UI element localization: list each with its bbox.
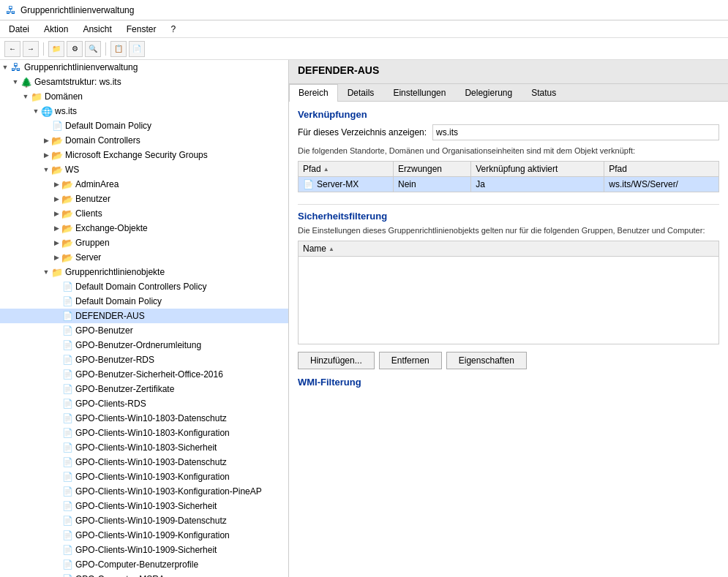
filter-input[interactable]: [432, 124, 719, 140]
tree-node-gpo-objects[interactable]: ▼📁Gruppenrichtlinienobjekte: [0, 265, 288, 279]
tree-node-gpo-clients-win10-1909-k[interactable]: 📄GPO-Clients-Win10-1909-Konfiguration: [0, 528, 288, 543]
expander-gpo-clients-win10-1909-d: [51, 516, 61, 526]
node-label-default-domain-policy2: Default Domain Policy: [75, 296, 162, 306]
tree-node-gpo-benutzer-zertifikate[interactable]: 📄GPO-Benutzer-Zertifikate: [0, 382, 288, 396]
tree-node-gpo-clients-win10-1803-s[interactable]: 📄GPO-Clients-Win10-1803-Sicherheit: [0, 440, 288, 455]
col-pfad2-header[interactable]: Pfad: [604, 162, 719, 177]
expander-forest[interactable]: ▼: [10, 77, 20, 87]
node-label-clients: Clients: [75, 208, 102, 219]
tree-node-gpo-clients-win10-1909-s[interactable]: 📄GPO-Clients-Win10-1909-Sicherheit: [0, 543, 288, 557]
tree-node-WS[interactable]: ▼📂WS: [0, 162, 288, 177]
tree-node-domain-controllers[interactable]: ▶📂Domain Controllers: [0, 133, 288, 148]
tree-node-gruppen[interactable]: ▶📂Gruppen: [0, 235, 288, 250]
eigenschaften-button[interactable]: Eigenschaften: [446, 352, 527, 369]
tab-status[interactable]: Status: [522, 84, 566, 101]
expander-exchange-security[interactable]: ▶: [41, 150, 51, 160]
node-label-exchange-objekte: Exchange-Objekte: [75, 223, 148, 233]
tree-node-forest[interactable]: ▼🌲Gesamtstruktur: ws.its: [0, 75, 288, 89]
tree-node-benutzer[interactable]: ▶📂Benutzer: [0, 192, 288, 206]
tree-node-gpo-benutzer-rds[interactable]: 📄GPO-Benutzer-RDS: [0, 352, 288, 367]
menu-aktion[interactable]: Aktion: [41, 23, 71, 36]
tree-node-gpo-clients-rds[interactable]: 📄GPO-Clients-RDS: [0, 396, 288, 411]
tree-node-gpo-benutzer-ordner[interactable]: 📄GPO-Benutzer-Ordnerumleitung: [0, 338, 288, 352]
tree-node-root[interactable]: ▼🖧Gruppenrichtlinienverwaltung: [0, 60, 288, 75]
expander-gpo-objects[interactable]: ▼: [41, 267, 51, 277]
expander-admin-area[interactable]: ▶: [51, 179, 61, 189]
expander-domains[interactable]: ▼: [20, 91, 31, 102]
node-label-gpo-clients-rds: GPO-Clients-RDS: [75, 399, 146, 409]
tree-node-gpo-clients-win10-1903-d[interactable]: 📄GPO-Clients-Win10-1903-Datenschutz: [0, 455, 288, 469]
entfernen-button[interactable]: Entfernen: [379, 352, 442, 369]
menu-fenster[interactable]: Fenster: [124, 23, 160, 36]
tab-delegierung[interactable]: Delegierung: [455, 84, 522, 101]
menu-ansicht[interactable]: Ansicht: [80, 23, 114, 36]
tree-node-gpo-clients-win10-1903-k[interactable]: 📄GPO-Clients-Win10-1903-Konfiguration: [0, 469, 288, 484]
tree-node-domains[interactable]: ▼📁Domänen: [0, 89, 288, 104]
col-erzwungen-header[interactable]: Erzwungen: [394, 162, 471, 177]
node-icon-gpo-clients-win10-1803-k: 📄: [61, 427, 73, 439]
gear-button[interactable]: ⚙: [67, 41, 83, 57]
tree-node-gpo-clients-win10-1803-k[interactable]: 📄GPO-Clients-Win10-1803-Konfiguration: [0, 426, 288, 440]
col-aktiviert-header[interactable]: Verknüpfung aktiviert: [471, 162, 604, 177]
tree-node-server[interactable]: ▶📂Server: [0, 250, 288, 265]
expander-ws.its[interactable]: ▼: [31, 106, 41, 116]
tree-node-exchange-security[interactable]: ▶📂Microsoft Exchange Security Groups: [0, 148, 288, 162]
filter-label: Für dieses Verzeichnis anzeigen:: [298, 127, 427, 137]
expander-benutzer[interactable]: ▶: [51, 194, 61, 204]
tree-node-default-domain-policy[interactable]: 📄Default Domain Policy: [0, 118, 288, 133]
tree-node-gpo-benutzer-sicherheit-office[interactable]: 📄GPO-Benutzer-Sicherheit-Office-2016: [0, 367, 288, 382]
node-label-admin-area: AdminArea: [75, 179, 119, 189]
expander-root[interactable]: ▼: [0, 62, 10, 72]
table-row[interactable]: 📄Server-MX Nein Ja ws.its/WS/Server/: [299, 177, 719, 192]
hinzufugen-button[interactable]: Hinzufügen...: [298, 352, 375, 369]
folder-button[interactable]: 📁: [48, 41, 64, 57]
node-icon-gpo-benutzer-rds: 📄: [61, 354, 73, 366]
sicherheit-title: Sicherheitsfilterung: [298, 211, 719, 222]
node-icon-gpo-objects: 📁: [51, 266, 63, 278]
expander-server[interactable]: ▶: [51, 252, 61, 263]
tree-node-default-domain-policy2[interactable]: 📄Default Domain Policy: [0, 294, 288, 309]
node-icon-benutzer: 📂: [61, 193, 73, 205]
tree-node-gpo-clients-win10-1803-d[interactable]: 📄GPO-Clients-Win10-1803-Datenschutz: [0, 411, 288, 426]
menu-help[interactable]: ?: [168, 23, 179, 36]
node-icon-gpo-benutzer: 📄: [61, 325, 73, 336]
col-pfad-header[interactable]: Pfad ▲: [299, 162, 394, 177]
tree-node-clients[interactable]: ▶📂Clients: [0, 206, 288, 221]
search-toolbar-button[interactable]: 🔍: [85, 41, 101, 57]
tab-details[interactable]: Details: [338, 84, 384, 101]
expander-exchange-objekte[interactable]: ▶: [51, 223, 61, 233]
tree-node-gpo-clients-win10-1903-kp[interactable]: 📄GPO-Clients-Win10-1903-Konfiguration-Pi…: [0, 484, 288, 499]
tree-node-defender-aus[interactable]: 📄DEFENDER-AUS: [0, 309, 288, 323]
node-icon-gpo-benutzer-zertifikate: 📄: [61, 383, 73, 395]
tree-node-gpo-benutzer[interactable]: 📄GPO-Benutzer: [0, 323, 288, 338]
copy-button[interactable]: 📋: [110, 41, 127, 57]
tab-bereich[interactable]: Bereich: [289, 84, 338, 102]
expander-WS[interactable]: ▼: [41, 165, 51, 175]
toolbar-separator-2: [105, 42, 106, 56]
tree-node-gpo-clients-win10-1909-d[interactable]: 📄GPO-Clients-Win10-1909-Datenschutz: [0, 513, 288, 528]
expander-gruppen[interactable]: ▶: [51, 238, 61, 248]
back-button[interactable]: ←: [4, 41, 20, 57]
paste-button[interactable]: 📄: [129, 41, 145, 57]
tree-node-gpo-clients-win10-1903-s[interactable]: 📄GPO-Clients-Win10-1903-Sicherheit: [0, 499, 288, 513]
tree-node-gpo-computer-msra[interactable]: 📄GPO-Computer-MSRA: [0, 572, 288, 577]
expander-clients[interactable]: ▶: [51, 208, 61, 219]
node-label-gpo-clients-win10-1909-k: GPO-Clients-Win10-1909-Konfiguration: [75, 530, 230, 540]
right-panel: DEFENDER-AUS Bereich Details Einstellung…: [289, 60, 728, 577]
node-icon-gpo-clients-win10-1903-kp: 📄: [61, 486, 73, 497]
tab-einstellungen[interactable]: Einstellungen: [383, 84, 455, 101]
tree-node-default-dc-policy[interactable]: 📄Default Domain Controllers Policy: [0, 279, 288, 294]
tree-node-ws.its[interactable]: ▼🌐ws.its: [0, 104, 288, 118]
node-label-gpo-clients-win10-1903-k: GPO-Clients-Win10-1903-Konfiguration: [75, 472, 230, 482]
node-label-gpo-benutzer-zertifikate: GPO-Benutzer-Zertifikate: [75, 384, 174, 394]
tree-node-admin-area[interactable]: ▶📂AdminArea: [0, 177, 288, 192]
toolbar: ← → 📁 ⚙ 🔍 📋 📄: [0, 38, 728, 60]
expander-domain-controllers[interactable]: ▶: [41, 135, 51, 146]
tree-node-exchange-objekte[interactable]: ▶📂Exchange-Objekte: [0, 221, 288, 235]
menu-datei[interactable]: Datei: [6, 23, 32, 36]
tree-node-gpo-computer-benutzerprofile[interactable]: 📄GPO-Computer-Benutzerprofile: [0, 557, 288, 572]
node-icon-gpo-computer-msra: 📄: [61, 573, 73, 577]
node-label-forest: Gesamtstruktur: ws.its: [34, 77, 121, 87]
title-bar: 🖧 Gruppenrichtlinienverwaltung: [0, 0, 728, 20]
forward-button[interactable]: →: [23, 41, 39, 57]
